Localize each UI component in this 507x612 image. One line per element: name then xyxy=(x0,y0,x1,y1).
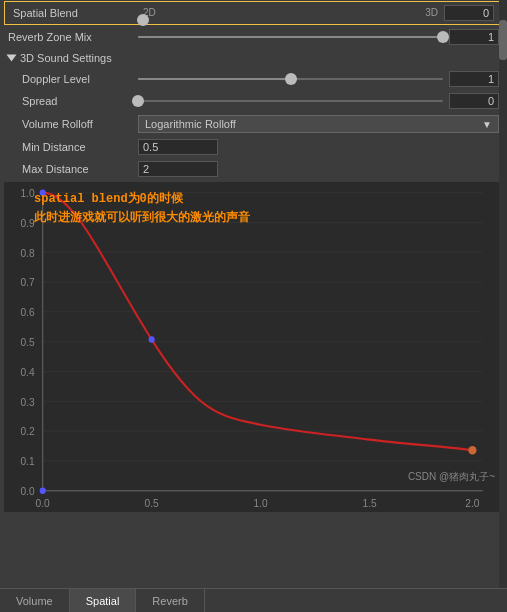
annotation-overlay: spatial blend为0的时候 此时进游戏就可以听到很大的激光的声音 xyxy=(34,190,250,226)
doppler-fill xyxy=(138,78,291,80)
svg-text:0.7: 0.7 xyxy=(20,277,34,288)
reverb-slider-container xyxy=(138,36,443,38)
svg-text:1.5: 1.5 xyxy=(363,497,377,508)
rolloff-label: Volume Rolloff xyxy=(8,118,138,130)
svg-point-32 xyxy=(468,446,476,455)
bottom-tabs: Volume Spatial Reverb xyxy=(0,588,507,612)
min-dist-row: Min Distance xyxy=(0,136,507,158)
expand-triangle-icon[interactable] xyxy=(7,55,17,62)
tab-reverb[interactable]: Reverb xyxy=(136,589,204,612)
doppler-slider-container xyxy=(138,78,443,80)
tab-spatial[interactable]: Spatial xyxy=(70,589,137,612)
reverb-track[interactable] xyxy=(138,36,443,38)
svg-text:1.0: 1.0 xyxy=(20,188,34,199)
label-3d: 3D xyxy=(425,7,438,18)
svg-text:0.2: 0.2 xyxy=(20,426,34,437)
rolloff-row: Volume Rolloff Logarithmic Rolloff ▼ xyxy=(0,112,507,136)
max-dist-input[interactable] xyxy=(138,161,218,177)
doppler-row: Doppler Level xyxy=(0,68,507,90)
doppler-value[interactable] xyxy=(449,71,499,87)
spread-thumb[interactable] xyxy=(132,95,144,107)
tab-volume[interactable]: Volume xyxy=(0,589,70,612)
svg-text:0.4: 0.4 xyxy=(20,367,34,378)
doppler-label: Doppler Level xyxy=(8,73,138,85)
rolloff-chart: spatial blend为0的时候 此时进游戏就可以听到很大的激光的声音 1.… xyxy=(4,182,503,512)
rolloff-dropdown[interactable]: Logarithmic Rolloff ▼ xyxy=(138,115,499,133)
spread-track[interactable] xyxy=(138,100,443,102)
annotation-line1: spatial blend为0的时候 xyxy=(34,190,250,208)
svg-point-31 xyxy=(149,336,155,342)
svg-text:0.5: 0.5 xyxy=(20,337,34,348)
doppler-track[interactable] xyxy=(138,78,443,80)
rolloff-dropdown-value: Logarithmic Rolloff xyxy=(145,118,236,130)
audio-settings-panel: Spatial Blend 2D 3D Reverb Zone Mix 3D S… xyxy=(0,1,507,512)
tab-volume-label: Volume xyxy=(16,595,53,607)
svg-rect-0 xyxy=(4,182,503,512)
svg-point-33 xyxy=(40,488,46,494)
section-title-3d: 3D Sound Settings xyxy=(0,48,507,68)
svg-text:0.1: 0.1 xyxy=(20,456,34,467)
svg-text:0.5: 0.5 xyxy=(145,497,159,508)
svg-text:0.0: 0.0 xyxy=(20,486,34,497)
tab-spatial-label: Spatial xyxy=(86,595,120,607)
spatial-blend-value[interactable] xyxy=(444,5,494,21)
min-dist-label: Min Distance xyxy=(8,141,138,153)
reverb-label: Reverb Zone Mix xyxy=(8,31,138,43)
svg-text:0.9: 0.9 xyxy=(20,218,34,229)
spread-slider-container xyxy=(138,100,443,102)
max-dist-row: Max Distance xyxy=(0,158,507,180)
spread-label: Spread xyxy=(8,95,138,107)
svg-text:0.6: 0.6 xyxy=(20,307,34,318)
svg-text:1.0: 1.0 xyxy=(254,497,268,508)
doppler-thumb[interactable] xyxy=(285,73,297,85)
spatial-blend-row: Spatial Blend 2D 3D xyxy=(4,1,503,25)
reverb-fill xyxy=(138,36,443,38)
scrollbar-thumb[interactable] xyxy=(499,20,507,60)
min-dist-input[interactable] xyxy=(138,139,218,155)
svg-text:0.8: 0.8 xyxy=(20,247,34,258)
reverb-value[interactable] xyxy=(449,29,499,45)
tab-reverb-label: Reverb xyxy=(152,595,187,607)
scrollbar[interactable] xyxy=(499,0,507,588)
reverb-thumb[interactable] xyxy=(437,31,449,43)
watermark: CSDN @猪肉丸子~ xyxy=(408,470,495,484)
annotation-line2: 此时进游戏就可以听到很大的激光的声音 xyxy=(34,208,250,226)
svg-text:0.0: 0.0 xyxy=(36,497,50,508)
section-title-label: 3D Sound Settings xyxy=(20,52,112,64)
spread-row: Spread xyxy=(0,90,507,112)
spatial-blend-slider-wrapper: 2D 3D xyxy=(143,7,438,20)
spatial-blend-label: Spatial Blend xyxy=(13,7,143,19)
chart-svg: 1.0 0.9 0.8 0.7 0.6 0.5 0.4 0.3 0.2 0.1 … xyxy=(4,182,503,512)
spatial-blend-thumb[interactable] xyxy=(137,14,149,26)
rolloff-dropdown-arrow-icon: ▼ xyxy=(482,119,492,130)
spread-value[interactable] xyxy=(449,93,499,109)
spatial-blend-axis-labels: 2D 3D xyxy=(143,7,438,18)
svg-text:2.0: 2.0 xyxy=(465,497,479,508)
reverb-row: Reverb Zone Mix xyxy=(0,26,507,48)
max-dist-label: Max Distance xyxy=(8,163,138,175)
svg-text:0.3: 0.3 xyxy=(20,396,34,407)
